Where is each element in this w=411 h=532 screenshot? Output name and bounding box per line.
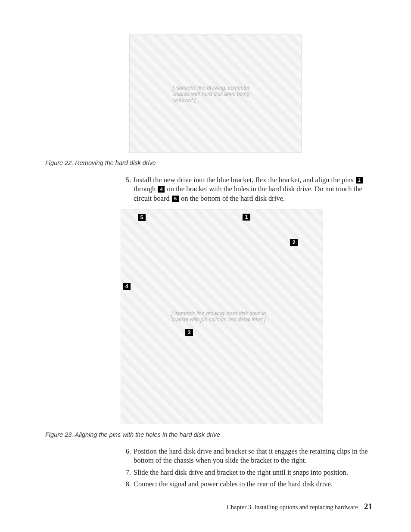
step-8-text: Connect the signal and power cables to t… [134, 479, 371, 488]
steps-6-8-block: 6. Position the hard disk drive and brac… [121, 447, 371, 492]
footer-page-number: 21 [364, 502, 372, 511]
footer-chapter: Chapter 3. Installing options and replac… [227, 504, 358, 511]
callout-4: 4 [123, 283, 131, 290]
step-6-text: Position the hard disk drive and bracket… [134, 447, 371, 465]
inline-callout-1: 1 [356, 177, 363, 184]
callout-3: 3 [185, 329, 193, 336]
callout-1: 1 [243, 214, 250, 221]
step-7-number: 7. [121, 468, 134, 477]
figure-22-placeholder [129, 34, 302, 153]
inline-callout-4: 4 [158, 186, 165, 193]
step-5-text-pre: Install the new drive into the blue brac… [134, 176, 355, 184]
page-footer: Chapter 3. Installing options and replac… [227, 502, 372, 511]
figure-22-caption: Figure 22. Removing the hard disk drive [45, 159, 156, 166]
step-6: 6. Position the hard disk drive and brac… [121, 447, 371, 465]
figure-23-caption-prefix: Figure 23. [45, 431, 73, 438]
figure-23-caption-text: Aligning the pins with the holes in the … [75, 431, 220, 438]
step-7: 7. Slide the hard disk drive and bracket… [121, 468, 371, 477]
step-5-block: 5. Install the new drive into the blue b… [121, 175, 371, 205]
step-5: 5. Install the new drive into the blue b… [121, 175, 371, 203]
step-5-text-post: on the bottom of the hard disk drive. [179, 194, 285, 202]
step-7-text: Slide the hard disk drive and bracket to… [134, 468, 371, 477]
figure-22-caption-prefix: Figure 22. [45, 159, 73, 166]
callout-2: 2 [290, 239, 298, 246]
step-5-text-mid1: through [134, 185, 157, 193]
document-page: Figure 22. Removing the hard disk drive … [0, 0, 411, 532]
inline-callout-5: 5 [172, 196, 179, 202]
figure-23-caption: Figure 23. Aligning the pins with the ho… [45, 431, 220, 438]
step-5-number: 5. [121, 175, 134, 203]
figure-22-image [129, 34, 302, 153]
step-6-number: 6. [121, 447, 134, 465]
step-5-text: Install the new drive into the blue brac… [134, 175, 371, 203]
figure-22-caption-text: Removing the hard disk drive [75, 159, 156, 166]
step-8-number: 8. [121, 479, 134, 488]
callout-5: 5 [138, 214, 146, 221]
step-8: 8. Connect the signal and power cables t… [121, 479, 371, 488]
